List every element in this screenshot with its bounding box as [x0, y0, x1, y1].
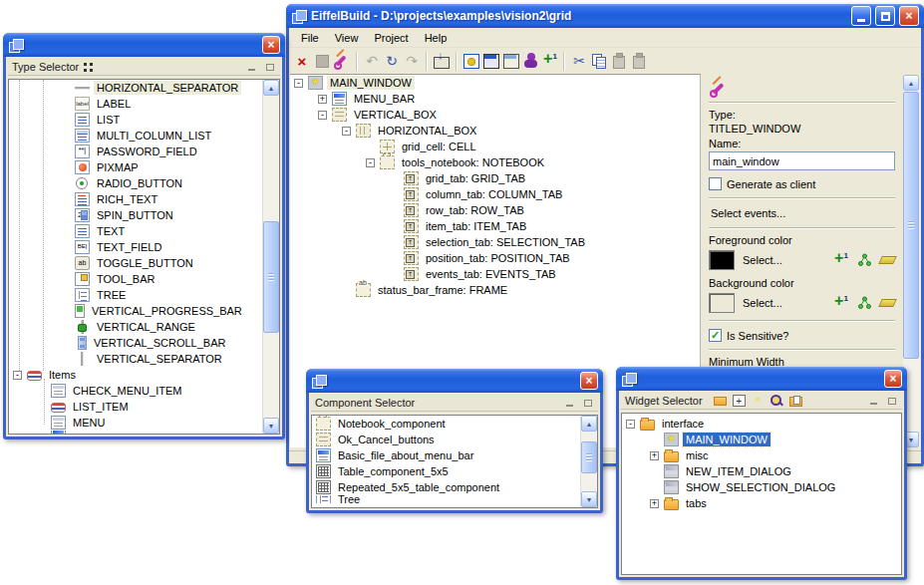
undo-icon[interactable]: ↶	[363, 52, 381, 70]
minus-expander-icon[interactable]: -	[626, 420, 635, 429]
tree-row[interactable]: TEXT_FIELD	[9, 239, 279, 255]
scroll-up-button[interactable]: ▲	[581, 416, 597, 432]
tree-row[interactable]: LIST_ITEM	[9, 399, 279, 415]
main-window-titlebar[interactable]: EiffelBuild - D:\projects\examples\visio…	[286, 4, 924, 28]
scrollbar-thumb[interactable]	[581, 441, 597, 473]
plus-expander-icon[interactable]: +	[318, 95, 327, 104]
close-button[interactable]: ×	[580, 372, 598, 390]
scroll-up-button[interactable]: ▲	[263, 80, 279, 96]
scroll-down-button[interactable]: ▼	[263, 418, 279, 434]
reset-eraser-icon[interactable]	[878, 299, 897, 307]
tree-row[interactable]: item_tab: ITEM_TAB	[290, 218, 700, 234]
tree-row[interactable]: VERTICAL_SEPARATOR	[9, 351, 279, 367]
minus-expander-icon[interactable]: -	[13, 371, 22, 380]
close-button[interactable]: ×	[262, 36, 280, 54]
tree-row[interactable]: +tabs	[622, 495, 901, 511]
plus-expander-icon[interactable]: +	[650, 451, 659, 460]
scrollbar-thumb[interactable]	[903, 92, 919, 359]
tree-row[interactable]: status_bar_frame: FRAME	[290, 282, 700, 298]
minus-expander-icon[interactable]: -	[342, 127, 351, 136]
tool-minimize-button[interactable]	[867, 395, 880, 407]
delete-icon[interactable]: ×	[293, 52, 311, 70]
tree-row[interactable]: +MENU_BAR	[290, 91, 700, 107]
folder-doc-icon[interactable]	[789, 397, 802, 407]
menu-view[interactable]: View	[327, 30, 367, 46]
tree-row[interactable]: column_tab: COLUMN_TAB	[290, 186, 700, 202]
tree-row[interactable]: -Items	[9, 367, 279, 383]
cut-icon[interactable]: ✂	[570, 52, 588, 70]
tree-row[interactable]: events_tab: EVENTS_TAB	[290, 266, 700, 282]
menu-file[interactable]: File	[293, 30, 327, 46]
maximize-button[interactable]	[875, 6, 895, 26]
minus-expander-icon[interactable]: -	[366, 158, 375, 167]
tree-row[interactable]: MULTI_COLUMN_LIST	[9, 128, 279, 144]
tree-row[interactable]: TOOL_BAR	[9, 271, 279, 287]
preview-window-icon[interactable]	[482, 52, 500, 70]
copy-icon[interactable]	[590, 52, 608, 70]
tree-row[interactable]: position_tab: POSITION_TAB	[290, 250, 700, 266]
tree-row[interactable]: Repeated_5x5_table_component	[312, 479, 597, 495]
tool-minimize-button[interactable]	[563, 397, 576, 409]
tree-row[interactable]: MAIN_WINDOW	[622, 432, 901, 447]
tree-row[interactable]: TREE	[9, 287, 279, 303]
add-one-icon[interactable]	[542, 53, 558, 69]
tree-row[interactable]: -tools_notebook: NOTEBOOK	[290, 154, 700, 170]
tree-row[interactable]: selection_tab: SELECTION_TAB	[290, 234, 700, 250]
tree-row[interactable]: TEXT	[9, 223, 279, 239]
tool-maximize-button[interactable]	[263, 61, 276, 73]
tool-minimize-button[interactable]	[245, 61, 258, 73]
expand-all-icon[interactable]: +	[733, 395, 746, 407]
tree-row[interactable]: PIXMAP	[9, 159, 279, 175]
tree-row[interactable]: grid_cell: CELL	[290, 139, 700, 154]
plus-expander-icon[interactable]: +	[650, 499, 659, 508]
component-selector-titlebar[interactable]: ×	[306, 369, 603, 393]
paste-special-icon[interactable]	[630, 52, 648, 70]
scrollbar-thumb[interactable]	[263, 221, 279, 333]
redo-icon[interactable]: ↷	[403, 52, 421, 70]
tree-row[interactable]: -MAIN_WINDOW	[290, 75, 700, 91]
paste-icon[interactable]	[610, 52, 628, 70]
tree-row[interactable]: CHECK_MENU_ITEM	[9, 383, 279, 399]
build-wrench-icon[interactable]	[333, 52, 351, 70]
tree-row[interactable]: NEW_ITEM_DIALOG	[622, 463, 901, 479]
tree-row[interactable]: RICH_TEXT	[9, 191, 279, 207]
tree-row[interactable]: SPIN_BUTTON	[9, 207, 279, 223]
reset-eraser-icon[interactable]	[878, 256, 897, 264]
tree-row[interactable]: Tree	[312, 495, 597, 503]
tree-row[interactable]: MENU	[9, 415, 279, 431]
tree-row[interactable]: LIST	[9, 112, 279, 128]
component-list-scrollbar[interactable]: ▲ ▼	[580, 416, 597, 507]
stop-icon[interactable]	[313, 52, 331, 70]
minus-expander-icon[interactable]: -	[318, 111, 327, 120]
tree-row[interactable]: VERTICAL_SCROLL_BAR	[9, 335, 279, 351]
tree-row[interactable]: -HORIZONTAL_BOX	[290, 123, 700, 139]
tree-row[interactable]: VERTICAL_PROGRESS_BAR	[9, 303, 279, 319]
new-widget-icon[interactable]: *	[752, 395, 765, 407]
tree-row[interactable]	[9, 431, 279, 435]
tree-row[interactable]: Table_component_5x5	[312, 463, 597, 479]
tree-row[interactable]: RADIO_BUTTON	[9, 175, 279, 191]
component-selector-toolbar-title[interactable]: Component Selector	[311, 395, 598, 412]
type-selector-titlebar[interactable]: ×	[3, 33, 285, 57]
tree-row[interactable]: Ok_Cancel_buttons	[312, 432, 597, 447]
tool-maximize-button[interactable]	[885, 395, 898, 407]
minimize-button[interactable]	[851, 6, 871, 26]
scroll-down-button[interactable]: ▼	[581, 491, 597, 507]
tree-row[interactable]: -VERTICAL_BOX	[290, 107, 700, 123]
background-color-swatch[interactable]	[709, 293, 735, 313]
inherit-tree-icon[interactable]	[857, 253, 872, 267]
generate-code-icon[interactable]	[433, 52, 451, 70]
select-events-button[interactable]: Select events...	[709, 204, 895, 222]
tree-row[interactable]: TOGGLE_BUTTON	[9, 255, 279, 271]
foreground-select-button[interactable]: Select...	[743, 254, 782, 266]
tree-row[interactable]: Notebook_component	[312, 416, 597, 432]
widget-selector-toolbar-title[interactable]: Widget Selector +*	[621, 393, 902, 410]
tree-row[interactable]: LABEL	[9, 96, 279, 112]
tree-row[interactable]: Basic_file_about_menu_bar	[312, 447, 597, 463]
preview-window-2-icon[interactable]	[502, 52, 520, 70]
tree-row[interactable]: grid_tab: GRID_TAB	[290, 170, 700, 186]
type-list-scrollbar[interactable]: ▲ ▼	[262, 80, 279, 434]
menu-help[interactable]: Help	[417, 30, 456, 46]
tree-row[interactable]: VERTICAL_RANGE	[9, 319, 279, 335]
widget-selector-titlebar[interactable]: ×	[616, 367, 907, 391]
